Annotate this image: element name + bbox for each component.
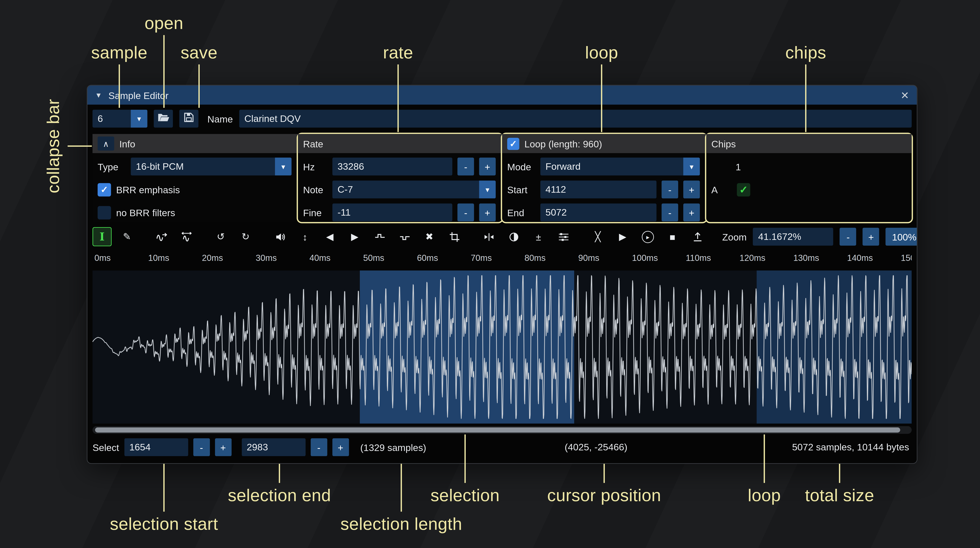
amplify-button[interactable] [270, 227, 290, 246]
loop-mode-select[interactable]: Forward ▼ [540, 158, 700, 175]
draw-button[interactable]: ✎ [118, 227, 137, 246]
hz-minus-button[interactable]: - [457, 158, 474, 175]
loop-start-plus-button[interactable]: + [683, 180, 700, 198]
undo-button[interactable]: ↺ [211, 227, 230, 246]
toolbar-group: ╳▶▸■ [588, 227, 707, 246]
loop-start-label: Start [507, 184, 535, 195]
annotation-open: open [145, 14, 183, 33]
resample-button[interactable] [177, 227, 196, 246]
cursor-position-text: (4025, -25466) [565, 438, 627, 457]
fade-in-button[interactable]: ◀ [320, 227, 339, 246]
fade-out-button[interactable]: ▶ [345, 227, 364, 246]
annotated-screenshot: sample open save rate loop chips collaps… [0, 0, 980, 548]
ruler-label: 20ms [202, 253, 223, 263]
filter-button[interactable] [554, 227, 573, 246]
annotation-line-rate [398, 64, 399, 132]
ruler-label: 140ms [847, 253, 873, 263]
chip-a-checkbox[interactable]: ✓ [737, 183, 750, 196]
open-button[interactable] [154, 110, 173, 127]
zoom-reset-button[interactable]: 100% [886, 228, 918, 245]
zoom-out-button[interactable]: - [840, 228, 856, 245]
chips-column-header: 1 [736, 161, 741, 172]
selection-start-input[interactable]: 1654 [124, 438, 188, 456]
loop-end-minus-button[interactable]: - [662, 204, 678, 221]
delete-button[interactable]: ✖ [420, 227, 439, 246]
sample-index-select[interactable]: 6 ▼ [92, 110, 147, 127]
type-value: 16-bit PCM [131, 158, 275, 175]
annotation-line-total-size [839, 464, 840, 483]
loop-mode-value: Forward [540, 158, 683, 175]
selection-start-minus-button[interactable]: - [193, 438, 210, 456]
window-collapse-icon[interactable]: ▼ [95, 91, 102, 99]
save-button[interactable] [179, 110, 199, 127]
note-select[interactable]: C-7 ▼ [332, 180, 496, 198]
no-brr-filters-label: no BRR filters [116, 207, 175, 218]
preview-loop-button[interactable]: ▸ [638, 227, 657, 246]
apply-silence-button[interactable] [395, 227, 414, 246]
loop-checkbox[interactable]: ✓ [507, 137, 519, 150]
zoom-in-button[interactable]: + [863, 228, 880, 245]
ruler-label: 0ms [94, 253, 111, 263]
reverse-button[interactable] [479, 227, 498, 246]
selection-end-minus-button[interactable]: - [310, 438, 327, 456]
amplify-icon [275, 231, 285, 242]
horizontal-scrollbar[interactable] [92, 426, 912, 434]
annotation-line-loop-bottom [764, 435, 765, 483]
hz-input[interactable]: 33286 [332, 158, 452, 175]
chips-panel: Chips 1 A ✓ [706, 134, 912, 222]
rate-panel: Rate Hz 33286 - + Note C-7 ▼ Fine -11 [298, 134, 502, 222]
chevron-down-icon: ▼ [131, 110, 147, 127]
fine-minus-button[interactable]: - [457, 204, 474, 221]
loop-start-input[interactable]: 4112 [540, 180, 656, 198]
check-icon: ✓ [510, 139, 517, 148]
invert-button[interactable] [504, 227, 523, 246]
reverse-icon [483, 231, 494, 242]
scrollbar-thumb[interactable] [95, 427, 900, 433]
no-brr-filters-checkbox[interactable] [98, 206, 111, 219]
type-select[interactable]: 16-bit PCM ▼ [131, 158, 291, 175]
zoom-input[interactable]: 41.1672% [753, 228, 834, 245]
annotation-line-loop [601, 64, 602, 132]
selection-end-input[interactable]: 2983 [242, 438, 305, 456]
annotation-line-sample [119, 64, 120, 108]
loop-end-plus-button[interactable]: + [683, 204, 700, 221]
note-value: C-7 [332, 180, 479, 198]
brr-emphasis-checkbox[interactable]: ✓ [98, 183, 111, 196]
annotation-selection-start: selection start [110, 515, 218, 534]
edit-mode-icon: I [100, 230, 105, 243]
fine-plus-button[interactable]: + [479, 204, 496, 221]
toolbar-group: ± [479, 227, 573, 246]
insert-silence-button[interactable] [370, 227, 389, 246]
titlebar[interactable]: ▼ Sample Editor ✕ [88, 86, 917, 105]
sign-invert-button[interactable]: ± [529, 227, 548, 246]
normalize-button[interactable]: ↕ [295, 227, 315, 246]
edit-mode-button[interactable]: I [92, 227, 112, 246]
preview-button[interactable]: ▶ [613, 227, 632, 246]
waveform-view[interactable] [92, 271, 912, 424]
info-panel: ∧ Info Type 16-bit PCM ▼ ✓ BRR emphasis [92, 134, 298, 222]
loop-start-minus-button[interactable]: - [662, 180, 678, 198]
hz-plus-button[interactable]: + [479, 158, 496, 175]
name-input[interactable]: Clarinet DQV [239, 110, 912, 127]
crossfade-button[interactable]: ╳ [588, 227, 608, 246]
fine-input[interactable]: -11 [332, 204, 452, 221]
toolbar-group: ↕◀▶✖ [270, 227, 464, 246]
selection-start-plus-button[interactable]: + [215, 438, 231, 456]
waveform-canvas[interactable] [92, 271, 912, 424]
annotation-sample: sample [91, 43, 147, 63]
ruler-label: 130ms [793, 253, 819, 263]
resize-button[interactable] [152, 227, 171, 246]
redo-button[interactable]: ↻ [236, 227, 255, 246]
timeline-ruler[interactable]: 0ms10ms20ms30ms40ms50ms60ms70ms80ms90ms1… [92, 251, 912, 266]
fade-in-icon: ◀ [326, 231, 334, 242]
check-icon: ✓ [739, 183, 748, 196]
collapse-bar-button[interactable]: ∧ [98, 137, 114, 151]
stop-button[interactable]: ■ [663, 227, 682, 246]
selection-end-plus-button[interactable]: + [332, 438, 349, 456]
ruler-label: 10ms [148, 253, 169, 263]
close-icon[interactable]: ✕ [900, 89, 909, 101]
loop-end-input[interactable]: 5072 [540, 204, 656, 221]
trim-button[interactable] [445, 227, 464, 246]
copy-to-wavetable-button[interactable] [688, 227, 707, 246]
folder-open-icon [157, 113, 169, 125]
